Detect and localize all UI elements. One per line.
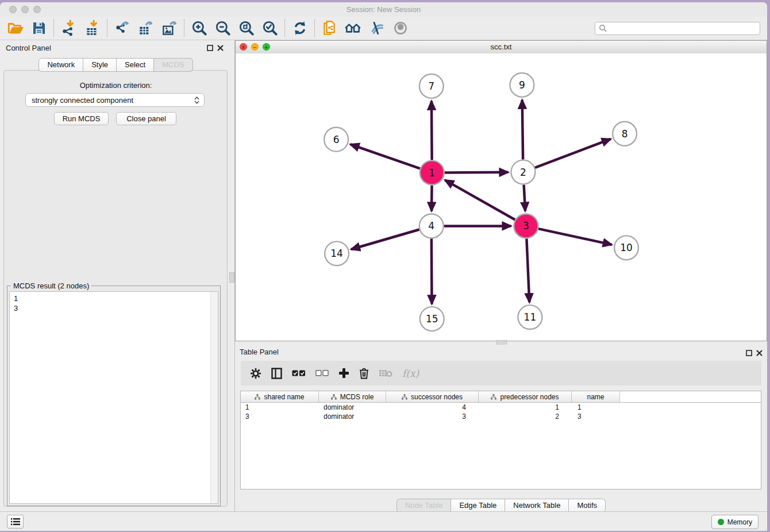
column-header-name[interactable]: name <box>572 391 620 402</box>
network-close-button[interactable]: × <box>240 43 247 51</box>
table-row[interactable]: 3 dominator 3 2 3 <box>241 412 761 421</box>
zoom-out-icon[interactable] <box>211 18 234 38</box>
unselect-all-columns-icon[interactable] <box>315 370 329 376</box>
graph-edge-1-2[interactable] <box>445 172 509 173</box>
zoom-fit-icon[interactable] <box>234 18 258 38</box>
close-panel-button[interactable]: Close panel <box>116 112 176 125</box>
float-table-panel-icon[interactable] <box>746 350 752 356</box>
toolbar-separator <box>107 20 107 37</box>
graph-edge-4-15[interactable] <box>432 238 432 304</box>
graph-edge-2-3[interactable] <box>524 185 525 211</box>
app-titlebar: Session: New Session <box>0 2 767 17</box>
cell-successor-nodes: 4 <box>386 403 479 412</box>
open-session-icon[interactable] <box>3 18 27 38</box>
column-header-predecessor-nodes[interactable]: predecessor nodes <box>479 391 572 402</box>
table-toolbar: f(x) <box>241 361 761 385</box>
close-panel-icon[interactable] <box>217 45 224 51</box>
run-mcds-button[interactable]: Run MCDS <box>54 112 109 125</box>
table-row[interactable]: 1 dominator 4 1 1 <box>241 403 761 412</box>
graph-edge-3-11[interactable] <box>526 238 529 302</box>
graph-edge-1-6[interactable] <box>351 144 420 168</box>
criterion-value: strongly connected component <box>32 96 133 105</box>
add-column-icon[interactable] <box>338 368 349 379</box>
network-canvas[interactable]: 7968124314101511 <box>236 53 767 341</box>
app-title: Session: New Session <box>0 2 767 17</box>
cell-predecessor-nodes: 1 <box>479 403 572 412</box>
refresh-view-icon[interactable] <box>288 18 311 38</box>
import-network-icon[interactable] <box>57 18 80 38</box>
export-table-icon[interactable] <box>134 18 157 38</box>
network-window-controls: × − + <box>240 43 270 51</box>
main-area: Control Panel Network Style Select MCDS … <box>0 40 767 512</box>
search-icon <box>599 24 607 32</box>
graph-edge-4-14[interactable] <box>351 229 419 249</box>
save-session-icon[interactable] <box>27 18 51 38</box>
select-all-columns-icon[interactable] <box>292 370 306 377</box>
tab-network[interactable]: Network <box>38 58 83 72</box>
tab-motifs[interactable]: Motifs <box>569 499 606 512</box>
network-column-icon <box>402 394 407 400</box>
cell-name: 3 <box>572 412 620 421</box>
graph-node-label: 11 <box>524 311 537 323</box>
close-window-button[interactable] <box>9 6 17 13</box>
toolbar-separator <box>184 20 184 37</box>
graph-node-label: 14 <box>330 248 343 259</box>
export-image-icon[interactable] <box>157 18 181 38</box>
optimization-criterion-label: Optimization criterion: <box>0 81 232 90</box>
result-scrollbar[interactable] <box>210 292 218 503</box>
graph-edge-2-8[interactable] <box>535 139 611 168</box>
column-browser-icon[interactable] <box>271 368 282 379</box>
tab-style[interactable]: Style <box>83 58 117 72</box>
clone-network-icon[interactable] <box>318 18 341 38</box>
table-options-icon[interactable] <box>250 368 261 379</box>
vertical-splitter-handle[interactable] <box>229 272 234 283</box>
task-history-button[interactable] <box>7 515 24 529</box>
show-all-icon[interactable] <box>341 18 365 38</box>
app-window: Session: New Session <box>0 2 767 531</box>
toolbar-separator <box>284 20 285 37</box>
maximize-window-button[interactable] <box>33 6 41 13</box>
zoom-selected-icon[interactable] <box>258 18 282 38</box>
network-column-icon <box>255 394 260 400</box>
graph-node-label: 6 <box>333 134 340 145</box>
search-box <box>595 22 760 35</box>
tab-node-table[interactable]: Node Table <box>396 499 452 512</box>
tab-select[interactable]: Select <box>117 58 154 72</box>
cell-mcds-role: dominator <box>319 403 386 412</box>
desktop: Session: New Session <box>0 0 770 532</box>
tab-edge-table[interactable]: Edge Table <box>451 499 505 512</box>
cell-predecessor-nodes: 2 <box>479 412 572 421</box>
criterion-select[interactable]: strongly connected component <box>25 93 205 107</box>
memory-button[interactable]: Memory <box>711 515 759 529</box>
hide-selected-icon[interactable] <box>365 18 388 38</box>
graph-node-label: 4 <box>428 220 434 232</box>
import-table-icon[interactable] <box>80 18 104 38</box>
graph-edge-2-9[interactable] <box>522 100 523 160</box>
tab-network-table[interactable]: Network Table <box>505 499 569 512</box>
graph-node-label: 9 <box>519 79 525 91</box>
network-minimize-button[interactable]: − <box>251 43 259 51</box>
control-panel-header: Control Panel <box>0 40 232 55</box>
cell-mcds-role: dominator <box>319 412 386 421</box>
mcds-result-group: MCDS result (2 nodes) 1 3 <box>7 286 221 506</box>
graph-edge-3-10[interactable] <box>538 229 612 245</box>
cell-successor-nodes: 3 <box>386 412 479 421</box>
column-header-successor-nodes[interactable]: successor nodes <box>386 391 479 402</box>
float-panel-icon[interactable] <box>207 45 213 51</box>
zoom-in-icon[interactable] <box>187 18 211 38</box>
export-network-icon[interactable] <box>110 18 134 38</box>
chevron-up-down-icon <box>194 97 199 104</box>
network-maximize-button[interactable]: + <box>263 43 270 51</box>
graph-edge-3-1[interactable] <box>445 180 515 219</box>
search-input[interactable] <box>609 24 756 33</box>
tab-mcds[interactable]: MCDS <box>154 58 192 72</box>
graph-edge-1-7[interactable] <box>432 101 432 160</box>
mcds-result-area[interactable]: 1 3 <box>9 291 218 504</box>
show-hidden-icon[interactable] <box>388 18 412 38</box>
close-table-panel-icon[interactable] <box>756 350 763 356</box>
right-area: × − + scc.txt <box>234 40 767 512</box>
column-header-shared-name[interactable]: shared name <box>241 391 319 402</box>
minimize-window-button[interactable] <box>21 6 29 13</box>
column-header-mcds-role[interactable]: MCDS role <box>319 391 386 402</box>
delete-columns-icon[interactable] <box>359 368 369 379</box>
